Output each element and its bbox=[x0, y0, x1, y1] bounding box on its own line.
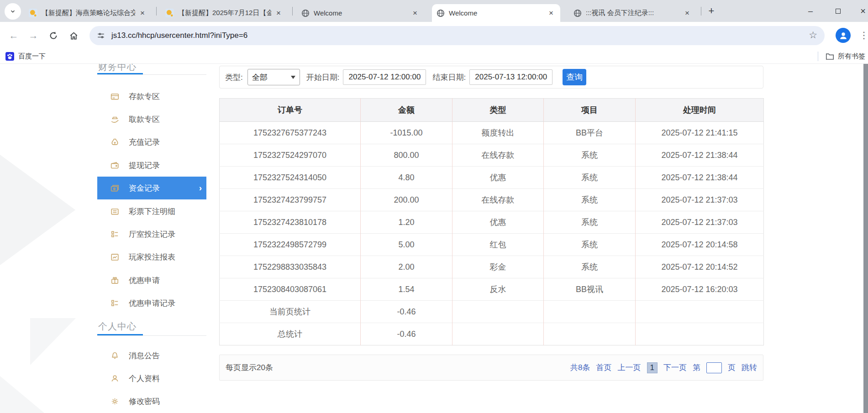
page-prefix-text: 第 bbox=[693, 362, 700, 373]
tab-forum-1[interactable]: 【新提醒】海燕策略论坛综合交 × bbox=[24, 4, 152, 22]
cell-time: 2025-07-12 21:41:15 bbox=[636, 122, 764, 144]
prev-page-link[interactable]: 上一页 bbox=[618, 362, 641, 373]
bookmark-baidu[interactable]: 百度一下 bbox=[5, 50, 46, 62]
cell-project bbox=[544, 301, 636, 323]
baidu-icon bbox=[5, 52, 14, 61]
end-date-input[interactable] bbox=[469, 69, 552, 85]
page-number-input[interactable] bbox=[706, 362, 722, 373]
minimize-button[interactable]: – bbox=[803, 5, 818, 17]
cell-type bbox=[452, 301, 544, 323]
close-tab-icon[interactable]: × bbox=[547, 9, 556, 18]
column-header-amount: 金额 bbox=[361, 99, 452, 122]
decorative-triangle bbox=[0, 376, 44, 413]
site-settings-icon bbox=[97, 31, 105, 40]
home-button[interactable] bbox=[65, 27, 82, 44]
close-tab-icon[interactable]: × bbox=[138, 9, 147, 18]
cell-time bbox=[636, 301, 764, 323]
cell-time: 2025-07-12 16:20:03 bbox=[636, 278, 764, 301]
cell-amount: 5.00 bbox=[361, 234, 452, 256]
sidebar-item-hall-bet-records[interactable]: 厅室投注记录 bbox=[97, 223, 206, 246]
sidebar-item-player-bet-report[interactable]: 玩家投注报表 bbox=[97, 246, 206, 268]
cell-order: 1752308403087061 bbox=[220, 278, 361, 301]
table-row: 1752327524297070800.00在线存款系统2025-07-12 2… bbox=[220, 144, 764, 167]
tab-video-records[interactable]: :::视讯 会员下注纪录::: × bbox=[569, 4, 696, 22]
tab-forum-2[interactable]: 【新提醒】2025年7月12日【金 × bbox=[161, 4, 288, 22]
pagination-controls: 共8条 首页 上一页 1 下一页 第 页 跳转 bbox=[570, 362, 757, 373]
type-select[interactable]: 全部 bbox=[247, 69, 300, 85]
cell-project: BB视讯 bbox=[544, 278, 636, 301]
pagination-bar: 每页显示20条 共8条 首页 上一页 1 下一页 第 页 跳转 bbox=[219, 355, 763, 381]
browser-toolbar: ← → js13.cc/hhcp/usercenter.html?iniType… bbox=[0, 22, 868, 49]
tab-separator bbox=[292, 7, 293, 16]
reload-button[interactable] bbox=[45, 27, 62, 44]
tab-welcome-1[interactable]: Welcome × bbox=[297, 4, 424, 22]
bookmarks-bar: 百度一下 所有书签 bbox=[0, 49, 868, 64]
tab-search-button[interactable] bbox=[5, 3, 21, 20]
globe-icon bbox=[573, 9, 582, 17]
sidebar-item-profile[interactable]: 个人资料 bbox=[97, 367, 206, 390]
table-row-page-stats: 当前页统计-0.46 bbox=[220, 301, 764, 323]
cell-type: 在线存款 bbox=[452, 144, 544, 167]
cell-time: 2025-07-12 21:37:03 bbox=[636, 211, 764, 234]
start-date-input[interactable] bbox=[343, 69, 426, 85]
current-page-badge[interactable]: 1 bbox=[647, 362, 658, 373]
table-row: 17523275243140504.80优惠系统2025-07-12 21:38… bbox=[220, 167, 764, 189]
sidebar-item-promo-apply-records[interactable]: 优惠申请记录 bbox=[97, 292, 206, 314]
type-label: 类型: bbox=[225, 72, 243, 83]
end-date-label: 结束日期: bbox=[432, 72, 466, 83]
sidebar-item-withdraw-zone[interactable]: 取款专区 bbox=[97, 108, 206, 131]
sidebar-item-label: 消息公告 bbox=[129, 350, 160, 361]
table-header-row: 订单号 金额 类型 项目 处理时间 bbox=[220, 99, 764, 122]
sidebar-item-change-password[interactable]: 修改密码 bbox=[97, 390, 206, 413]
tab-separator bbox=[156, 7, 157, 16]
sidebar-item-messages[interactable]: 消息公告 bbox=[97, 344, 206, 367]
sidebar-item-recharge-records[interactable]: 充值记录 bbox=[97, 131, 206, 153]
decorative-triangle bbox=[0, 155, 75, 265]
cell-project: 系统 bbox=[544, 144, 636, 167]
back-button[interactable]: ← bbox=[5, 27, 22, 44]
profile-avatar[interactable] bbox=[836, 28, 851, 43]
close-tab-icon[interactable]: × bbox=[274, 9, 283, 18]
cell-time: 2025-07-12 21:37:03 bbox=[636, 189, 764, 211]
query-button[interactable]: 查询 bbox=[563, 69, 586, 85]
browser-menu-button[interactable]: ⋮ bbox=[859, 30, 868, 41]
next-page-link[interactable]: 下一页 bbox=[663, 362, 687, 373]
maximize-icon bbox=[836, 9, 841, 14]
table-row: 17523274238101781.20优惠系统2025-07-12 21:37… bbox=[220, 211, 764, 234]
reload-icon bbox=[49, 31, 58, 40]
first-page-link[interactable]: 首页 bbox=[596, 362, 612, 373]
close-tab-icon[interactable]: × bbox=[410, 9, 420, 18]
bookmark-label: 百度一下 bbox=[18, 52, 46, 61]
sidebar-item-funds-records[interactable]: 资金记录 › bbox=[97, 177, 206, 199]
chevron-right-icon: › bbox=[199, 183, 202, 193]
maximize-button[interactable] bbox=[830, 5, 846, 17]
forum-icon bbox=[165, 9, 174, 17]
sidebar-item-withdrawal-records[interactable]: 提现记录 bbox=[97, 154, 206, 177]
cell-order: 1752327524314050 bbox=[220, 167, 361, 189]
all-bookmarks-label: 所有书签 bbox=[838, 52, 865, 61]
sidebar-item-promo-apply[interactable]: 优惠申请 bbox=[97, 269, 206, 292]
bookmark-star-icon[interactable]: ☆ bbox=[809, 30, 817, 41]
sidebar-section-finance-title: 财务中心 bbox=[98, 64, 137, 73]
close-tab-icon[interactable]: × bbox=[683, 9, 692, 18]
url-bar[interactable]: js13.cc/hhcp/usercenter.html?iniType=6 ☆ bbox=[89, 26, 825, 45]
table-row-total-stats: 总统计-0.46 bbox=[220, 323, 764, 345]
tab-welcome-active[interactable]: Welcome × bbox=[432, 4, 560, 22]
new-tab-button[interactable]: + bbox=[705, 5, 717, 17]
cell-order: 总统计 bbox=[220, 323, 361, 345]
window-close-button[interactable]: × bbox=[855, 5, 868, 17]
type-select-value: 全部 bbox=[252, 72, 268, 83]
cell-order: 1752327524297070 bbox=[220, 144, 361, 167]
forward-button[interactable]: → bbox=[25, 27, 42, 44]
cell-amount: 4.80 bbox=[361, 167, 452, 189]
per-page-text: 每页显示20条 bbox=[226, 362, 273, 373]
money-bag-icon bbox=[110, 138, 119, 146]
cell-order: 1752327675377243 bbox=[220, 122, 361, 144]
sidebar-item-lottery-bet-details[interactable]: 彩票下注明细 bbox=[97, 200, 206, 223]
jump-link[interactable]: 跳转 bbox=[742, 362, 757, 373]
start-date-label: 开始日期: bbox=[306, 72, 340, 83]
cell-time: 2025-07-12 20:14:52 bbox=[636, 256, 764, 278]
page-scrollbar[interactable] bbox=[863, 64, 868, 413]
sidebar-item-deposit-zone[interactable]: 存款专区 bbox=[97, 85, 206, 108]
all-bookmarks-button[interactable]: 所有书签 bbox=[826, 50, 865, 62]
